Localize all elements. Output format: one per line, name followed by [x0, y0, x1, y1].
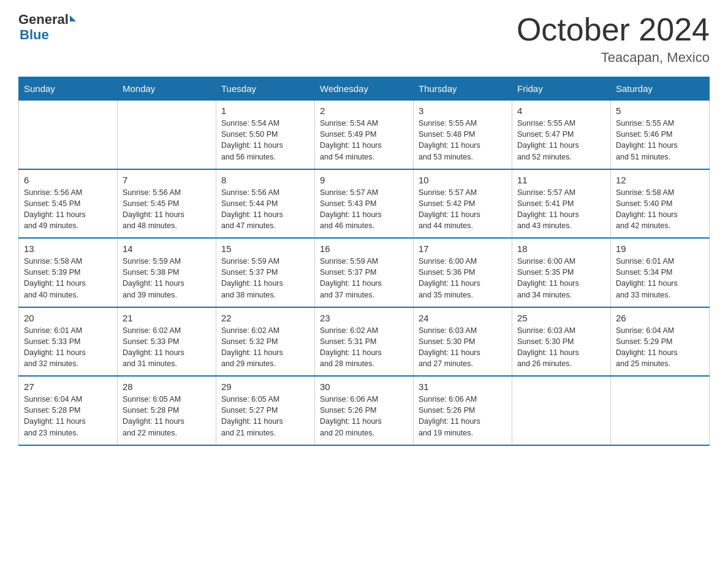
weekday-header-thursday: Thursday [414, 77, 512, 101]
day-number: 16 [320, 243, 408, 254]
day-info: Sunrise: 5:59 AM Sunset: 5:38 PM Dayligh… [123, 256, 211, 301]
calendar-cell: 23Sunrise: 6:02 AM Sunset: 5:31 PM Dayli… [315, 307, 414, 377]
day-info: Sunrise: 5:56 AM Sunset: 5:44 PM Dayligh… [221, 187, 309, 232]
calendar-cell: 22Sunrise: 6:02 AM Sunset: 5:32 PM Dayli… [216, 307, 315, 377]
day-info: Sunrise: 6:03 AM Sunset: 5:30 PM Dayligh… [419, 325, 507, 370]
day-number: 7 [123, 175, 211, 185]
calendar-cell: 4Sunrise: 5:55 AM Sunset: 5:47 PM Daylig… [512, 101, 611, 169]
calendar-cell: 19Sunrise: 6:01 AM Sunset: 5:34 PM Dayli… [611, 238, 710, 307]
weekday-header-tuesday: Tuesday [216, 77, 315, 101]
calendar-cell: 2Sunrise: 5:54 AM Sunset: 5:49 PM Daylig… [315, 101, 414, 169]
calendar-cell: 6Sunrise: 5:56 AM Sunset: 5:45 PM Daylig… [19, 169, 118, 239]
calendar-cell: 30Sunrise: 6:06 AM Sunset: 5:26 PM Dayli… [315, 376, 414, 445]
calendar-cell: 24Sunrise: 6:03 AM Sunset: 5:30 PM Dayli… [414, 307, 512, 377]
day-number: 13 [24, 243, 112, 254]
calendar-cell [19, 101, 118, 169]
calendar-week-row: 1Sunrise: 5:54 AM Sunset: 5:50 PM Daylig… [19, 101, 710, 169]
day-info: Sunrise: 5:54 AM Sunset: 5:49 PM Dayligh… [320, 118, 408, 163]
day-info: Sunrise: 5:57 AM Sunset: 5:42 PM Dayligh… [419, 187, 507, 232]
calendar-cell: 5Sunrise: 5:55 AM Sunset: 5:46 PM Daylig… [611, 101, 710, 169]
day-number: 22 [221, 313, 309, 323]
day-info: Sunrise: 5:58 AM Sunset: 5:40 PM Dayligh… [616, 187, 704, 232]
day-number: 18 [517, 243, 605, 254]
calendar-cell: 13Sunrise: 5:58 AM Sunset: 5:39 PM Dayli… [19, 238, 118, 307]
day-info: Sunrise: 6:06 AM Sunset: 5:26 PM Dayligh… [419, 394, 507, 439]
day-number: 1 [221, 105, 309, 116]
day-number: 15 [221, 243, 309, 254]
day-number: 11 [517, 175, 605, 185]
calendar-week-row: 6Sunrise: 5:56 AM Sunset: 5:45 PM Daylig… [19, 169, 710, 239]
day-number: 20 [24, 313, 112, 323]
calendar-cell: 16Sunrise: 5:59 AM Sunset: 5:37 PM Dayli… [315, 238, 414, 307]
weekday-header-row: SundayMondayTuesdayWednesdayThursdayFrid… [19, 77, 710, 101]
calendar-cell: 27Sunrise: 6:04 AM Sunset: 5:28 PM Dayli… [19, 376, 118, 445]
day-info: Sunrise: 5:55 AM Sunset: 5:48 PM Dayligh… [419, 118, 507, 163]
calendar-cell: 17Sunrise: 6:00 AM Sunset: 5:36 PM Dayli… [414, 238, 512, 307]
day-number: 28 [123, 381, 211, 392]
calendar-cell: 26Sunrise: 6:04 AM Sunset: 5:29 PM Dayli… [611, 307, 710, 377]
day-info: Sunrise: 6:05 AM Sunset: 5:27 PM Dayligh… [221, 394, 309, 439]
title-section: October 2024 Teacapan, Mexico [517, 12, 710, 66]
day-number: 17 [419, 243, 507, 254]
day-info: Sunrise: 6:00 AM Sunset: 5:36 PM Dayligh… [419, 256, 507, 301]
day-info: Sunrise: 6:02 AM Sunset: 5:32 PM Dayligh… [221, 325, 309, 370]
weekday-header-saturday: Saturday [611, 77, 710, 101]
calendar-cell: 21Sunrise: 6:02 AM Sunset: 5:33 PM Dayli… [118, 307, 216, 377]
day-info: Sunrise: 5:58 AM Sunset: 5:39 PM Dayligh… [24, 256, 112, 301]
day-number: 24 [419, 313, 507, 323]
day-number: 9 [320, 175, 408, 185]
calendar-cell: 25Sunrise: 6:03 AM Sunset: 5:30 PM Dayli… [512, 307, 611, 377]
logo-arrow-icon [70, 15, 76, 21]
calendar-cell [512, 376, 611, 445]
day-info: Sunrise: 6:04 AM Sunset: 5:28 PM Dayligh… [24, 394, 112, 439]
day-info: Sunrise: 5:55 AM Sunset: 5:47 PM Dayligh… [517, 118, 605, 163]
calendar-cell: 28Sunrise: 6:05 AM Sunset: 5:28 PM Dayli… [118, 376, 216, 445]
day-info: Sunrise: 6:01 AM Sunset: 5:34 PM Dayligh… [616, 256, 704, 301]
day-number: 25 [517, 313, 605, 323]
day-number: 21 [123, 313, 211, 323]
calendar-cell: 12Sunrise: 5:58 AM Sunset: 5:40 PM Dayli… [611, 169, 710, 239]
calendar-cell: 14Sunrise: 5:59 AM Sunset: 5:38 PM Dayli… [118, 238, 216, 307]
calendar-cell: 8Sunrise: 5:56 AM Sunset: 5:44 PM Daylig… [216, 169, 315, 239]
day-info: Sunrise: 6:06 AM Sunset: 5:26 PM Dayligh… [320, 394, 408, 439]
calendar-cell: 15Sunrise: 5:59 AM Sunset: 5:37 PM Dayli… [216, 238, 315, 307]
weekday-header-wednesday: Wednesday [315, 77, 414, 101]
day-number: 2 [320, 105, 408, 116]
calendar-week-row: 13Sunrise: 5:58 AM Sunset: 5:39 PM Dayli… [19, 238, 710, 307]
day-number: 23 [320, 313, 408, 323]
day-number: 27 [24, 381, 112, 392]
calendar-cell: 10Sunrise: 5:57 AM Sunset: 5:42 PM Dayli… [414, 169, 512, 239]
day-info: Sunrise: 5:56 AM Sunset: 5:45 PM Dayligh… [123, 187, 211, 232]
day-number: 3 [419, 105, 507, 116]
day-info: Sunrise: 6:05 AM Sunset: 5:28 PM Dayligh… [123, 394, 211, 439]
day-number: 4 [517, 105, 605, 116]
day-info: Sunrise: 5:57 AM Sunset: 5:41 PM Dayligh… [517, 187, 605, 232]
day-number: 29 [221, 381, 309, 392]
day-info: Sunrise: 6:00 AM Sunset: 5:35 PM Dayligh… [517, 256, 605, 301]
day-info: Sunrise: 5:55 AM Sunset: 5:46 PM Dayligh… [616, 118, 704, 163]
day-number: 6 [24, 175, 112, 185]
calendar-week-row: 27Sunrise: 6:04 AM Sunset: 5:28 PM Dayli… [19, 376, 710, 445]
subtitle: Teacapan, Mexico [517, 50, 710, 66]
calendar-cell: 3Sunrise: 5:55 AM Sunset: 5:48 PM Daylig… [414, 101, 512, 169]
day-info: Sunrise: 5:59 AM Sunset: 5:37 PM Dayligh… [221, 256, 309, 301]
calendar-cell [118, 101, 216, 169]
calendar-cell: 18Sunrise: 6:00 AM Sunset: 5:35 PM Dayli… [512, 238, 611, 307]
day-info: Sunrise: 6:01 AM Sunset: 5:33 PM Dayligh… [24, 325, 112, 370]
day-number: 14 [123, 243, 211, 254]
day-number: 8 [221, 175, 309, 185]
calendar-cell: 11Sunrise: 5:57 AM Sunset: 5:41 PM Dayli… [512, 169, 611, 239]
day-number: 19 [616, 243, 704, 254]
weekday-header-monday: Monday [118, 77, 216, 101]
calendar-table: SundayMondayTuesdayWednesdayThursdayFrid… [18, 77, 710, 446]
day-number: 12 [616, 175, 704, 185]
calendar-cell: 31Sunrise: 6:06 AM Sunset: 5:26 PM Dayli… [414, 376, 512, 445]
calendar-cell: 1Sunrise: 5:54 AM Sunset: 5:50 PM Daylig… [216, 101, 315, 169]
logo: General Blue [18, 12, 76, 43]
calendar-cell: 29Sunrise: 6:05 AM Sunset: 5:27 PM Dayli… [216, 376, 315, 445]
day-number: 30 [320, 381, 408, 392]
day-number: 31 [419, 381, 507, 392]
weekday-header-friday: Friday [512, 77, 611, 101]
day-info: Sunrise: 6:03 AM Sunset: 5:30 PM Dayligh… [517, 325, 605, 370]
day-info: Sunrise: 5:59 AM Sunset: 5:37 PM Dayligh… [320, 256, 408, 301]
